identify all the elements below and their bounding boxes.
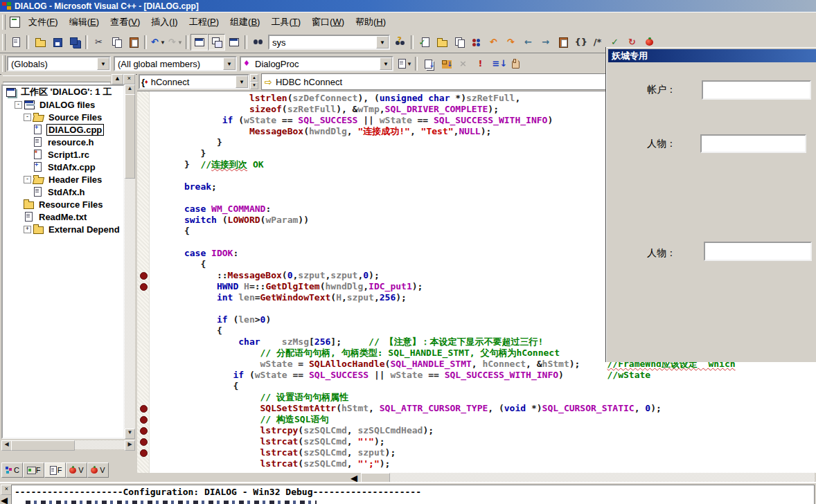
breakpoint-margin[interactable] bbox=[137, 91, 150, 473]
find-in-files-button[interactable] bbox=[249, 34, 267, 51]
scroll-right-button[interactable]: ▶ bbox=[125, 440, 135, 451]
tree-item-header-files[interactable]: -Header Files bbox=[3, 173, 123, 186]
va-nav-forward-button[interactable]: → bbox=[537, 34, 554, 51]
tab-fileview[interactable]: F bbox=[44, 462, 66, 478]
dropdown-arrow-icon[interactable]: ▼ bbox=[407, 61, 412, 67]
tree-item-source-files[interactable]: -Source Files bbox=[3, 111, 123, 123]
function-combo-dropdown[interactable]: ▼ bbox=[380, 57, 392, 70]
stop-build-button[interactable]: × bbox=[454, 55, 472, 72]
output-toggle-button[interactable] bbox=[208, 34, 225, 51]
save-button[interactable] bbox=[48, 34, 66, 51]
workspace-pane-header[interactable]: ▲ × bbox=[1, 73, 136, 84]
menu-i[interactable]: 插入(I) bbox=[145, 14, 183, 30]
tree-item-stdafx.h[interactable]: StdAfx.h bbox=[3, 186, 123, 198]
execute-button[interactable]: ! bbox=[472, 55, 489, 72]
menu-e[interactable]: 编辑(E) bbox=[64, 14, 105, 30]
collapse-icon[interactable]: - bbox=[24, 176, 31, 183]
tree-vscrollbar[interactable]: ▲ ▼ bbox=[125, 84, 135, 439]
compile-button[interactable] bbox=[420, 55, 437, 72]
character-field-2-input[interactable] bbox=[704, 242, 812, 261]
breakpoint-marker[interactable] bbox=[140, 416, 148, 424]
va-open-file-button[interactable] bbox=[416, 34, 433, 51]
redo-button[interactable]: ↷▼ bbox=[166, 34, 184, 51]
character-field-1-input[interactable] bbox=[700, 134, 806, 153]
dialog-titlebar[interactable]: 妖城专用 bbox=[608, 49, 816, 62]
tree-item-script1.rc[interactable]: Script1.rc bbox=[3, 148, 123, 161]
workspace-toggle-button[interactable] bbox=[190, 34, 208, 51]
class-combo-dropdown[interactable]: ▼ bbox=[97, 57, 109, 70]
tree-hscroll-thumb[interactable] bbox=[11, 440, 75, 451]
va-nav-back-button[interactable]: ← bbox=[520, 34, 537, 51]
tree-item-external-depend[interactable]: +External Depend bbox=[3, 223, 123, 235]
menu-grip[interactable] bbox=[2, 15, 6, 30]
menu-v[interactable]: 查看(V) bbox=[105, 14, 145, 30]
scroll-left-button[interactable]: ◀ bbox=[1, 440, 12, 451]
menu-f[interactable]: 文件(F) bbox=[23, 14, 64, 30]
menu-p[interactable]: 工程(P) bbox=[184, 14, 224, 30]
menu-h[interactable]: 帮助(H) bbox=[350, 14, 391, 30]
tree-item-dialog.cpp[interactable]: DIALOG.cpp bbox=[3, 123, 123, 136]
va-clone-button[interactable] bbox=[450, 34, 468, 51]
editor-scroll-left-button[interactable]: ◀ bbox=[351, 473, 360, 482]
breakpoint-marker[interactable] bbox=[140, 283, 148, 291]
breakpoint-marker[interactable] bbox=[140, 405, 148, 413]
tree-item-dialog-files[interactable]: -DIALOG files bbox=[3, 98, 123, 111]
context-spinner[interactable]: ▲▼ bbox=[250, 74, 258, 89]
va-comment-button[interactable]: /* bbox=[589, 34, 606, 51]
tree-item-resource-files[interactable]: Resource Files bbox=[3, 198, 123, 210]
dropdown-arrow-icon[interactable]: ▼ bbox=[160, 39, 166, 46]
tree-item-readme.txt[interactable]: ReadMe.txt bbox=[3, 210, 123, 223]
function-combo[interactable]: ♦ DialogProc ▼ bbox=[240, 56, 393, 71]
class-combo[interactable]: (Globals) ▼ bbox=[7, 56, 111, 71]
menu-t[interactable]: 工具(T) bbox=[265, 14, 306, 30]
tab-va-outline[interactable]: V bbox=[87, 462, 109, 478]
members-combo[interactable]: (All global members) ▼ bbox=[114, 56, 237, 71]
tree-vscroll-thumb[interactable] bbox=[125, 94, 135, 179]
mdi-child-icon[interactable] bbox=[10, 17, 20, 28]
dropdown-arrow-icon[interactable]: ▼ bbox=[177, 39, 183, 46]
expand-icon[interactable]: + bbox=[24, 226, 31, 233]
context-combo-dropdown[interactable]: ▼ bbox=[236, 75, 248, 88]
wizardbar-actions-button[interactable]: ▼ bbox=[396, 55, 413, 72]
tab-resourceview[interactable]: F bbox=[23, 462, 44, 478]
va-open-corresponding-button[interactable] bbox=[433, 34, 450, 51]
breakpoint-marker[interactable] bbox=[140, 449, 148, 457]
find-combo[interactable]: sys ▼ bbox=[268, 35, 390, 50]
cut-button[interactable]: ✂ bbox=[90, 34, 107, 51]
save-all-button[interactable] bbox=[66, 34, 83, 51]
copy-button[interactable] bbox=[107, 34, 125, 51]
account-field-input[interactable] bbox=[702, 80, 811, 100]
pane-grip[interactable] bbox=[3, 75, 111, 82]
search-button[interactable] bbox=[391, 34, 409, 51]
tree-item-stdafx.cpp[interactable]: StdAfx.cpp bbox=[3, 161, 123, 173]
output-text[interactable]: --------------------Configuration: DIALO… bbox=[11, 485, 815, 504]
va-surround-braces-button[interactable]: {} bbox=[571, 34, 589, 51]
toolbar-grip[interactable] bbox=[2, 34, 6, 51]
pane-close-button[interactable]: × bbox=[123, 74, 135, 84]
tab-classview[interactable]: C bbox=[1, 462, 23, 478]
collapse-icon[interactable]: - bbox=[24, 114, 31, 121]
pane-maximize-button[interactable]: ▲ bbox=[112, 74, 123, 84]
new-text-file-button[interactable] bbox=[7, 34, 24, 51]
breakpoint-marker[interactable] bbox=[140, 438, 148, 446]
va-undo-button[interactable]: ↶ bbox=[485, 34, 502, 51]
tab-va-view[interactable]: V bbox=[66, 462, 87, 478]
scroll-down-button[interactable]: ▼ bbox=[125, 429, 135, 439]
find-combo-dropdown[interactable]: ▼ bbox=[376, 36, 389, 48]
open-button[interactable] bbox=[31, 34, 48, 51]
va-redo-button[interactable]: ↷ bbox=[502, 34, 520, 51]
toggle-breakpoint-button[interactable] bbox=[506, 55, 524, 72]
members-combo-dropdown[interactable]: ▼ bbox=[223, 57, 236, 70]
output-scroll-left-button[interactable]: ◀ bbox=[1, 495, 10, 504]
context-combo[interactable]: { ♦ hConnect ▼ bbox=[139, 74, 249, 89]
va-paste-button[interactable] bbox=[554, 34, 571, 51]
paste-button[interactable] bbox=[125, 34, 142, 51]
menu-w[interactable]: 窗口(W) bbox=[306, 14, 350, 30]
collapse-icon[interactable]: - bbox=[15, 101, 22, 109]
editor-hscrollbar[interactable]: ◀ bbox=[137, 473, 816, 483]
menu-b[interactable]: 组建(B) bbox=[224, 14, 265, 30]
go-button[interactable]: ≡↓ bbox=[489, 55, 506, 72]
tree-item--dialog-1-[interactable]: 工作区 'DIALOG': 1 工 bbox=[3, 86, 123, 98]
tree-hscrollbar[interactable]: ◀ ▶ bbox=[1, 440, 135, 451]
windows-list-button[interactable] bbox=[225, 34, 242, 51]
